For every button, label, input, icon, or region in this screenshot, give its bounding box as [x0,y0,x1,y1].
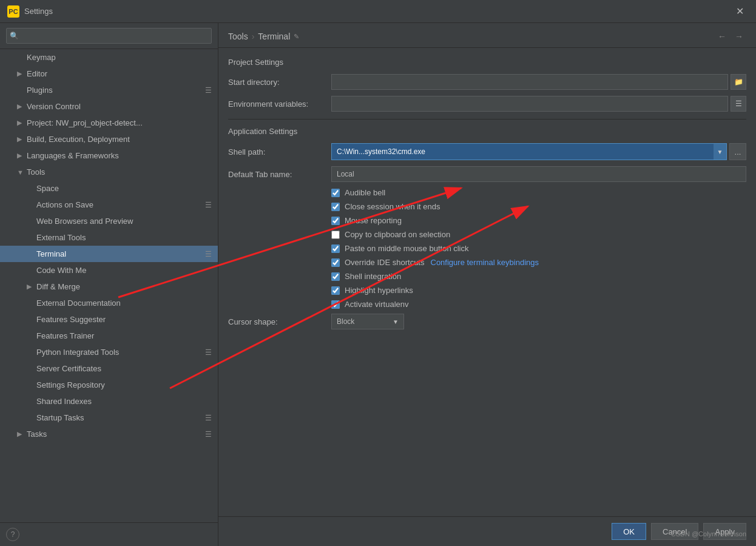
sidebar-item-project[interactable]: ▶ Project: NW_proj_object-detect... [0,115,218,131]
mouse-reporting-row: Mouse reporting [228,216,746,225]
default-tab-name-input[interactable] [331,166,746,182]
shell-path-dropdown-button[interactable]: ▼ [714,143,727,160]
sidebar-item-build-execution[interactable]: ▶ Build, Execution, Deployment [0,131,218,147]
audible-bell-row: Audible bell [228,188,746,197]
sidebar-item-label: Settings Repository [36,380,212,389]
expand-arrow [27,365,35,372]
expand-arrow [27,316,35,323]
shell-integration-row: Shell integration [228,272,746,281]
search-wrapper: 🔍 [6,28,212,44]
sidebar-item-code-with-me[interactable]: Code With Me [0,262,218,278]
sidebar-item-label: Version Control [27,102,212,111]
sidebar-item-features-trainer[interactable]: Features Trainer [0,328,218,344]
mouse-reporting-checkbox[interactable] [331,217,340,225]
expand-arrow: ▶ [17,152,25,160]
sidebar-item-label: Web Browsers and Preview [36,217,212,226]
highlight-hyperlinks-label: Highlight hyperlinks [345,286,413,295]
highlight-hyperlinks-checkbox[interactable] [331,286,340,295]
sidebar-item-label: Build, Execution, Deployment [27,135,212,144]
cursor-shape-dropdown[interactable]: Block ▼ [331,314,404,329]
start-directory-browse-button[interactable]: 📁 [731,74,746,90]
sidebar-item-label: Startup Tasks [36,413,205,422]
sidebar-item-shared-indexes[interactable]: Shared Indexes [0,393,218,410]
sidebar-item-keymap[interactable]: Keymap [0,49,218,66]
shell-path-label: Shell path: [228,147,331,157]
sidebar-item-external-docs[interactable]: External Documentation [0,295,218,311]
configure-keybindings-link[interactable]: Configure terminal keybindings [431,258,539,267]
window-title: Settings [24,7,731,16]
start-directory-row: Start directory: 📁 [228,74,746,90]
environment-variables-browse-button[interactable]: ☰ [731,96,746,112]
activate-virtualenv-checkbox[interactable] [331,300,340,309]
shell-path-ellipsis-button[interactable]: ... [729,143,746,160]
expand-arrow [27,398,35,405]
activate-virtualenv-row: Activate virtualenv [228,300,746,309]
sidebar-item-label: Terminal [36,249,205,258]
override-ide-checkbox[interactable] [331,258,340,267]
copy-clipboard-checkbox[interactable] [331,231,340,239]
settings-icon: ☰ [205,86,212,95]
sidebar-item-diff-merge[interactable]: ▶ Diff & Merge [0,278,218,295]
sidebar-item-label: Tools [27,167,212,177]
sidebar-item-label: Server Certificates [36,364,212,373]
breadcrumb: Tools › Terminal ✎ [228,32,299,41]
sidebar-item-external-tools[interactable]: External Tools [0,229,218,246]
override-ide-row: Override IDE shortcuts Configure termina… [228,258,746,267]
cursor-shape-dropdown-arrow: ▼ [393,318,399,325]
paste-middle-checkbox[interactable] [331,244,340,253]
sidebar-item-settings-repo[interactable]: Settings Repository [0,377,218,393]
expand-arrow [27,300,35,307]
sidebar-item-space[interactable]: Space [0,180,218,197]
sidebar-item-server-certs[interactable]: Server Certificates [0,360,218,377]
activate-virtualenv-label: Activate virtualenv [345,300,409,309]
expand-arrow: ▶ [17,103,25,110]
expand-arrow: ▼ [17,169,25,176]
sidebar-item-label: External Documentation [36,298,212,308]
sidebar-item-tools[interactable]: ▼ Tools [0,164,218,180]
audible-bell-checkbox[interactable] [331,189,340,197]
sidebar-item-web-browsers[interactable]: Web Browsers and Preview [0,213,218,229]
sidebar-item-label: Languages & Frameworks [27,151,212,160]
nav-back-button[interactable]: ← [715,29,729,44]
shell-path-input[interactable] [331,143,727,160]
sidebar-item-version-control[interactable]: ▶ Version Control [0,98,218,115]
shell-integration-checkbox[interactable] [331,272,340,281]
sidebar-item-actions-on-save[interactable]: Actions on Save ☰ [0,197,218,213]
app-icon: PC [7,5,19,18]
sidebar-item-languages[interactable]: ▶ Languages & Frameworks [0,147,218,164]
environment-variables-input[interactable] [331,96,728,112]
sidebar-item-python-tools[interactable]: Python Integrated Tools ☰ [0,344,218,360]
sidebar-item-terminal[interactable]: Terminal ☰ [0,246,218,262]
expand-arrow [17,87,25,94]
nav-forward-button[interactable]: → [732,29,746,44]
sidebar-item-label: Actions on Save [36,200,205,209]
expand-arrow [27,382,35,389]
panel-body: Project Settings Start directory: 📁 Envi… [218,48,756,516]
close-button[interactable]: ✕ [731,3,749,19]
sidebar-item-tasks[interactable]: ▶ Tasks ☰ [0,426,218,442]
help-button[interactable]: ? [6,528,19,541]
paste-middle-label: Paste on middle mouse button click [345,244,469,253]
ok-button[interactable]: OK [612,523,646,540]
sidebar-item-label: Project: NW_proj_object-detect... [27,118,212,127]
sidebar-item-plugins[interactable]: Plugins ☰ [0,82,218,98]
close-session-checkbox[interactable] [331,203,340,211]
search-input[interactable] [6,28,212,44]
cursor-shape-control: Block ▼ [331,314,746,329]
breadcrumb-current: Terminal [258,32,290,41]
expand-arrow [27,185,35,192]
copy-clipboard-label: Copy to clipboard on selection [345,230,450,239]
sidebar-item-features-suggester[interactable]: Features Suggester [0,311,218,328]
shell-path-control: ▼ ... [331,143,746,160]
start-directory-input[interactable] [331,74,728,90]
sidebar-item-startup-tasks[interactable]: Startup Tasks ☰ [0,410,218,426]
sidebar-item-editor[interactable]: ▶ Editor [0,66,218,82]
start-directory-control: 📁 [331,74,746,90]
close-session-row: Close session when it ends [228,202,746,211]
cursor-shape-row: Cursor shape: Block ▼ [228,314,746,329]
edit-icon[interactable]: ✎ [294,33,299,41]
breadcrumb-parent[interactable]: Tools [228,32,248,41]
nav-arrows: ← → [715,29,746,44]
breadcrumb-separator: › [252,32,255,41]
sidebar-item-label: Plugins [27,86,205,95]
